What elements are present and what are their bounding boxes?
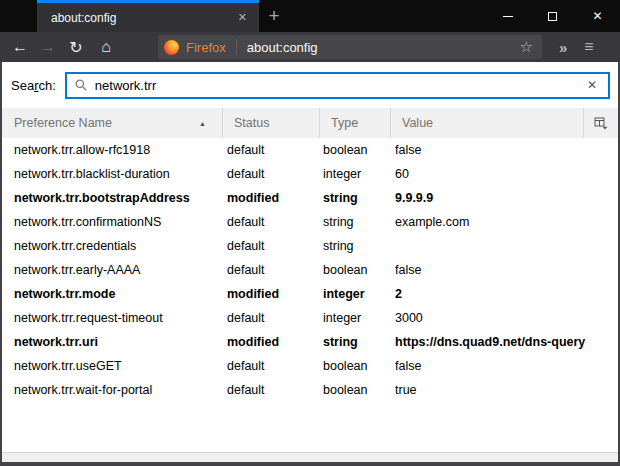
back-icon: ←	[12, 38, 28, 56]
status-cell: default	[222, 263, 319, 277]
status-cell: modified	[222, 287, 319, 301]
search-input[interactable]	[95, 78, 584, 93]
navigation-toolbar: ← → ↻ ⌂ Firefox about:config ☆ » ≡	[0, 32, 620, 62]
type-cell: boolean	[319, 143, 390, 157]
reload-button[interactable]: ↻	[62, 34, 90, 60]
value-cell: false	[390, 263, 618, 277]
minimize-button[interactable]	[485, 0, 530, 32]
status-cell: modified	[222, 191, 319, 205]
column-picker-icon	[594, 117, 608, 130]
type-cell: integer	[319, 167, 390, 181]
type-cell: string	[319, 215, 390, 229]
table-row[interactable]: network.trr.early-AAAA default boolean f…	[2, 258, 618, 282]
pref-name-cell: network.trr.bootstrapAddress	[2, 191, 222, 205]
status-cell: default	[222, 143, 319, 157]
table-row[interactable]: network.trr.request-timeout default inte…	[2, 306, 618, 330]
pref-name-cell: network.trr.uri	[2, 335, 222, 349]
tab-close-icon[interactable]: ✕	[234, 9, 251, 26]
pref-rows: network.trr.allow-rfc1918 default boolea…	[2, 138, 618, 402]
firefox-logo-icon	[164, 40, 179, 55]
column-header-preference-name[interactable]: Preference Name ▲	[2, 108, 222, 138]
maximize-icon	[548, 12, 557, 21]
minimize-icon	[503, 16, 513, 17]
status-cell: default	[222, 359, 319, 373]
column-header-status[interactable]: Status	[222, 108, 319, 138]
value-cell: false	[390, 359, 618, 373]
new-tab-button[interactable]: +	[259, 0, 289, 32]
type-cell: string	[319, 191, 390, 205]
search-label-post: ch:	[38, 78, 55, 93]
maximize-button[interactable]	[530, 0, 575, 32]
forward-button[interactable]: →	[34, 34, 62, 60]
table-row[interactable]: network.trr.allow-rfc1918 default boolea…	[2, 138, 618, 162]
sort-ascending-icon: ▲	[199, 120, 206, 127]
value-cell: example.com	[390, 215, 618, 229]
window-controls: ✕	[485, 0, 620, 32]
table-row[interactable]: network.trr.mode modified integer 2	[2, 282, 618, 306]
value-cell: https://dns.quad9.net/dns-query	[390, 335, 618, 349]
home-button[interactable]: ⌂	[92, 34, 120, 60]
hamburger-menu-icon[interactable]: ≡	[579, 38, 598, 56]
table-row[interactable]: network.trr.bootstrapAddress modified st…	[2, 186, 618, 210]
table-row[interactable]: network.trr.uri modified string https://…	[2, 330, 618, 354]
type-cell: boolean	[319, 383, 390, 397]
overflow-menu-icon[interactable]: »	[554, 39, 571, 56]
status-cell: default	[222, 383, 319, 397]
tab-about-config[interactable]: about:config ✕	[37, 0, 259, 32]
pref-name-cell: network.trr.wait-for-portal	[2, 383, 222, 397]
pref-name-cell: network.trr.mode	[2, 287, 222, 301]
window-bottom-border	[2, 462, 618, 466]
column-header-type[interactable]: Type	[319, 108, 390, 138]
type-cell: string	[319, 239, 390, 253]
column-label: Status	[234, 116, 269, 130]
close-button[interactable]: ✕	[575, 0, 620, 32]
column-label: Value	[402, 116, 433, 130]
pref-name-cell: network.trr.allow-rfc1918	[2, 143, 222, 157]
search-row: Search: ✕	[2, 62, 618, 108]
pref-name-cell: network.trr.blacklist-duration	[2, 167, 222, 181]
table-row[interactable]: network.trr.useGET default boolean false	[2, 354, 618, 378]
empty-area	[2, 402, 618, 452]
pref-name-cell: network.trr.early-AAAA	[2, 263, 222, 277]
search-icon	[75, 79, 87, 91]
value-cell: false	[390, 143, 618, 157]
type-cell: boolean	[319, 263, 390, 277]
value-cell: 60	[390, 167, 618, 181]
url-bar[interactable]: Firefox about:config ☆	[158, 35, 542, 59]
clear-search-icon[interactable]: ✕	[584, 78, 600, 92]
status-cell: default	[222, 215, 319, 229]
bookmark-star-icon[interactable]: ☆	[517, 38, 536, 56]
titlebar-spacer	[0, 0, 37, 32]
column-label: Preference Name	[14, 116, 112, 130]
close-icon: ✕	[592, 9, 602, 23]
value-cell: 2	[390, 287, 618, 301]
table-header: Preference Name ▲ Status Type Value	[2, 108, 618, 138]
type-cell: boolean	[319, 359, 390, 373]
type-cell: integer	[319, 311, 390, 325]
pref-name-cell: network.trr.request-timeout	[2, 311, 222, 325]
table-row[interactable]: network.trr.confirmationNS default strin…	[2, 210, 618, 234]
tab-bar: about:config ✕ + ✕	[0, 0, 620, 32]
status-cell: modified	[222, 335, 319, 349]
search-label-pre: Sea	[11, 78, 34, 93]
tab-title: about:config	[51, 11, 234, 25]
column-picker-button[interactable]	[583, 108, 618, 138]
back-button[interactable]: ←	[6, 34, 34, 60]
firefox-window: about:config ✕ + ✕ ← → ↻ ⌂ Firefox about…	[0, 0, 620, 466]
value-cell: 3000	[390, 311, 618, 325]
url-text[interactable]: about:config	[247, 40, 517, 55]
status-cell: default	[222, 239, 319, 253]
pref-name-cell: network.trr.useGET	[2, 359, 222, 373]
reload-icon: ↻	[69, 38, 82, 57]
table-row[interactable]: network.trr.credentials default string	[2, 234, 618, 258]
table-row[interactable]: network.trr.wait-for-portal default bool…	[2, 378, 618, 402]
column-header-value[interactable]: Value	[390, 108, 583, 138]
urlbar-separator	[236, 39, 237, 55]
home-icon: ⌂	[101, 38, 111, 56]
type-cell: string	[319, 335, 390, 349]
table-row[interactable]: network.trr.blacklist-duration default i…	[2, 162, 618, 186]
column-label: Type	[331, 116, 358, 130]
search-label: Search:	[11, 78, 56, 93]
pref-name-cell: network.trr.credentials	[2, 239, 222, 253]
search-box[interactable]: ✕	[65, 72, 610, 99]
